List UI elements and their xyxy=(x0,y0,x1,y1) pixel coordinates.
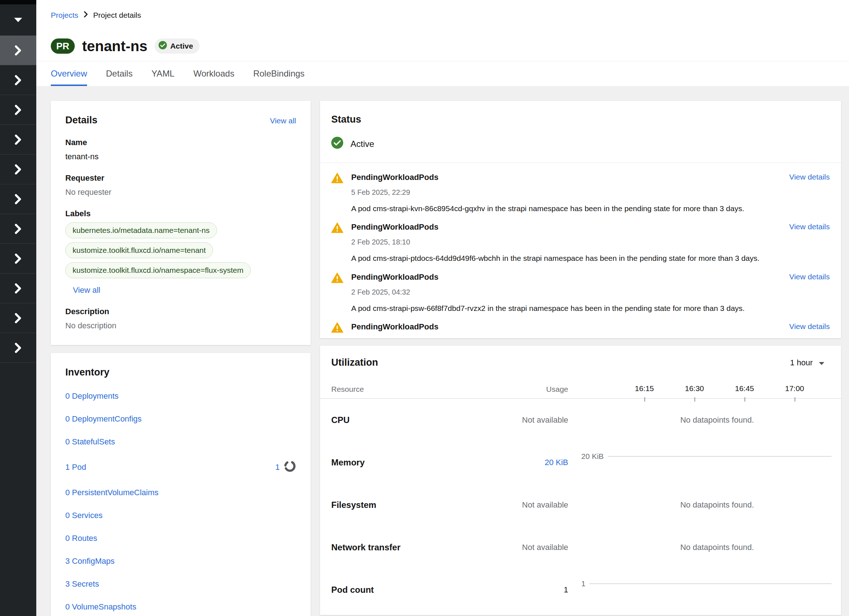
alert-title: PendingWorkloadPods xyxy=(351,173,789,185)
inventory-pvcs-link[interactable]: 0 PersistentVolumeClaims xyxy=(65,488,159,497)
warning-triangle-icon xyxy=(331,272,351,285)
page-title: tenant-ns xyxy=(82,38,147,54)
resource-usage: Not available xyxy=(510,415,568,425)
alert-title: PendingWorkloadPods xyxy=(351,322,789,335)
sidebar-item-1[interactable] xyxy=(0,36,36,65)
app-window: Projects Project details PR tenant-ns Ac… xyxy=(0,0,849,616)
breadcrumb-separator-icon xyxy=(83,11,88,19)
details-card-title: Details xyxy=(65,115,98,126)
inventory-secrets-link[interactable]: 3 Secrets xyxy=(65,579,99,589)
breadcrumb-current: Project details xyxy=(93,11,141,19)
inventory-routes-link[interactable]: 0 Routes xyxy=(65,534,97,543)
tab-yaml[interactable]: YAML xyxy=(151,61,174,86)
inventory-statefulsets-link[interactable]: 0 StatefulSets xyxy=(65,437,115,446)
sidebar-item-5[interactable] xyxy=(0,155,36,184)
details-view-all-link[interactable]: View all xyxy=(270,116,296,125)
alert-timestamp: 2 Feb 2025, 04:32 xyxy=(351,288,789,296)
time-axis-tick xyxy=(745,397,745,402)
project-status-row: Active xyxy=(320,137,841,151)
status-badge: Active xyxy=(155,39,200,54)
warning-triangle-icon xyxy=(331,173,351,185)
check-circle-icon xyxy=(159,41,167,51)
time-axis-labels: 16:15 16:30 16:45 17:00 xyxy=(603,384,831,394)
overview-content: Details View all Name tenant-ns Requeste… xyxy=(36,86,849,616)
tab-overview[interactable]: Overview xyxy=(51,61,87,86)
alert-timestamp: 2 Feb 2025, 03:48 xyxy=(351,338,789,338)
alert-view-details-link[interactable]: View details xyxy=(789,222,830,235)
angle-right-icon xyxy=(15,75,21,85)
alert-view-details-link[interactable]: View details xyxy=(789,173,830,185)
time-axis-tick xyxy=(694,397,695,402)
utilization-row-filesystem: Filesystem Not available No datapoints f… xyxy=(320,484,841,526)
angle-right-icon xyxy=(15,313,21,323)
sparkline-value-label: 1 xyxy=(581,579,585,588)
page-header: Projects Project details PR tenant-ns Ac… xyxy=(36,0,849,61)
time-tick-label: 16:15 xyxy=(635,384,654,393)
labels-view-all-link[interactable]: View all xyxy=(73,286,100,295)
resource-name: Network transfer xyxy=(331,542,510,552)
tab-workloads[interactable]: Workloads xyxy=(194,61,234,86)
memory-sparkline: 20 KiB xyxy=(568,452,831,461)
angle-right-icon xyxy=(15,135,21,145)
tab-details[interactable]: Details xyxy=(106,61,133,86)
alert-view-details-link[interactable]: View details xyxy=(789,322,830,335)
no-datapoints-message: No datapoints found. xyxy=(603,500,831,510)
requester-field-value: No requester xyxy=(65,187,296,197)
project-status-text: Active xyxy=(350,139,374,149)
inventory-configmaps-link[interactable]: 3 ConfigMaps xyxy=(65,556,115,566)
sidebar-item-4[interactable] xyxy=(0,125,36,155)
description-field-value: No description xyxy=(65,321,296,330)
sidebar-item-6[interactable] xyxy=(0,184,36,214)
inventory-deploymentconfigs-link[interactable]: 0 DeploymentConfigs xyxy=(65,414,142,424)
resource-name: Pod count xyxy=(331,585,510,595)
sparkline-value-label: 20 KiB xyxy=(581,452,604,461)
alert-message: A pod cms-strapi-psw-66f8f7dbd7-rvzx2 in… xyxy=(351,303,830,313)
time-tick-label: 17:00 xyxy=(785,384,804,393)
main-area: Projects Project details PR tenant-ns Ac… xyxy=(36,0,849,616)
description-field-label: Description xyxy=(65,307,296,316)
memory-usage-link[interactable]: 20 KiB xyxy=(510,458,568,467)
sidebar-item-9[interactable] xyxy=(0,274,36,303)
title-row: PR tenant-ns Active xyxy=(51,28,834,64)
time-axis-tick xyxy=(644,397,645,402)
left-column: Details View all Name tenant-ns Requeste… xyxy=(51,101,311,616)
angle-right-icon xyxy=(15,224,21,234)
no-datapoints-message: No datapoints found. xyxy=(603,543,831,552)
alert-message: A pod cms-strapi-ptdocs-64dd9d49f6-wbchh… xyxy=(351,253,830,263)
sidebar-item-7[interactable] xyxy=(0,214,36,244)
inventory-deployments-link[interactable]: 0 Deployments xyxy=(65,391,119,401)
angle-right-icon xyxy=(15,105,21,115)
alert-title: PendingWorkloadPods xyxy=(351,222,789,235)
alert-message: A pod cms-strapi-kvn-86c8954cd-gqxhv in … xyxy=(351,204,830,213)
inventory-card-title: Inventory xyxy=(65,367,110,378)
utilization-card: Utilization 1 hour Resource Usage xyxy=(320,346,841,615)
sidebar-item-11[interactable] xyxy=(0,333,36,363)
inventory-volumesnapshots-link[interactable]: 0 VolumeSnapshots xyxy=(65,602,136,612)
tab-rolebindings[interactable]: RoleBindings xyxy=(253,61,304,86)
breadcrumb-projects-link[interactable]: Projects xyxy=(51,11,78,19)
duration-dropdown[interactable]: 1 hour xyxy=(790,358,825,368)
utilization-row-memory: Memory 20 KiB 20 KiB xyxy=(320,441,841,484)
utilization-row-cpu: CPU Not available No datapoints found. xyxy=(320,399,841,441)
status-card-title: Status xyxy=(331,114,361,125)
angle-right-icon xyxy=(15,164,21,174)
sidebar-item-8[interactable] xyxy=(0,244,36,274)
resource-name: CPU xyxy=(331,415,510,425)
sidebar-item-2[interactable] xyxy=(0,65,36,95)
sidebar-item-10[interactable] xyxy=(0,303,36,333)
angle-right-icon xyxy=(15,254,21,264)
name-field-value: tenant-ns xyxy=(65,152,296,161)
project-badge: PR xyxy=(51,39,75,54)
resource-name: Memory xyxy=(331,457,510,468)
sidebar-toggle[interactable] xyxy=(0,4,36,36)
time-axis-tick xyxy=(795,397,795,402)
sparkline-flat-line xyxy=(590,583,831,584)
sidebar-item-3[interactable] xyxy=(0,95,36,125)
usage-column-header: Usage xyxy=(510,385,568,394)
inventory-pods-link[interactable]: 1 Pod xyxy=(65,463,86,472)
pod-status-summary: 1 xyxy=(276,460,296,475)
right-column: Status Active Pe xyxy=(320,101,841,616)
status-card: Status Active Pe xyxy=(320,101,841,338)
inventory-services-link[interactable]: 0 Services xyxy=(65,511,103,520)
alert-view-details-link[interactable]: View details xyxy=(789,272,830,285)
